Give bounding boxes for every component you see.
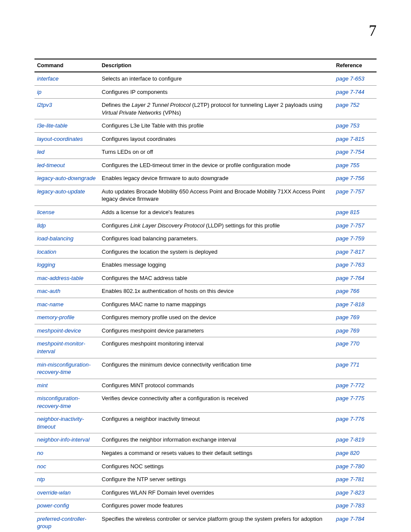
description-text: Configures memory profile used on the de… xyxy=(102,314,216,320)
command-link[interactable]: lldp xyxy=(37,222,46,229)
command-link[interactable]: license xyxy=(37,209,54,215)
reference-link[interactable]: page 7-763 xyxy=(336,261,364,268)
reference-link[interactable]: page 7-781 xyxy=(336,476,364,482)
command-cell: ip xyxy=(34,85,99,99)
reference-link[interactable]: page 769 xyxy=(336,314,359,320)
header-command: Command xyxy=(34,59,99,72)
description-text: Selects an interface to configure xyxy=(102,75,182,82)
reference-link[interactable]: page 7-776 xyxy=(336,416,364,422)
description-cell: Defines the Layer 2 Tunnel Protocol (L2T… xyxy=(99,99,333,119)
reference-link[interactable]: page 820 xyxy=(336,450,359,456)
reference-link[interactable]: page 7-757 xyxy=(336,188,364,195)
description-cell: Configures Link Layer Discovery Protocol… xyxy=(99,219,333,232)
command-link[interactable]: legacy-auto-downgrade xyxy=(37,175,96,181)
description-cell: Specifies the wireless controller or ser… xyxy=(99,512,333,532)
reference-link[interactable]: page 7-823 xyxy=(336,489,364,496)
command-link[interactable]: mac-address-table xyxy=(37,275,84,281)
command-cell: mac-name xyxy=(34,298,99,311)
command-link[interactable]: no xyxy=(37,450,43,456)
reference-cell: page 7-756 xyxy=(333,172,377,185)
table-row: led-timeoutConfigures the LED-timeout ti… xyxy=(34,159,377,172)
command-link[interactable]: neighbor-inactivity-timeout xyxy=(37,416,84,430)
reference-link[interactable]: page 7-818 xyxy=(336,301,364,308)
description-cell: Configures NOC settings xyxy=(99,460,333,473)
reference-link[interactable]: page 766 xyxy=(336,288,359,294)
command-link[interactable]: l2tpv3 xyxy=(37,102,52,108)
table-row: locationConfigures the location the syst… xyxy=(34,245,377,258)
command-link[interactable]: layout-coordinates xyxy=(37,136,83,142)
reference-link[interactable]: page 7-653 xyxy=(336,75,364,82)
reference-link[interactable]: page 7-772 xyxy=(336,382,364,389)
reference-link[interactable]: page 7-783 xyxy=(336,502,364,509)
reference-link[interactable]: page 752 xyxy=(336,102,359,108)
command-link[interactable]: ip xyxy=(37,89,41,95)
reference-link[interactable]: page 7-744 xyxy=(336,89,364,95)
reference-link[interactable]: page 7-775 xyxy=(336,395,364,401)
reference-link[interactable]: page 7-754 xyxy=(336,149,364,155)
reference-link[interactable]: page 7-757 xyxy=(336,222,364,229)
reference-cell: page 7-815 xyxy=(333,132,377,146)
description-cell: Adds a license for a device's features xyxy=(99,206,333,219)
header-reference: Reference xyxy=(333,59,377,72)
command-cell: l2tpv3 xyxy=(34,99,99,119)
reference-link[interactable]: page 753 xyxy=(336,122,359,129)
command-cell: led xyxy=(34,146,99,159)
command-link[interactable]: override-wlan xyxy=(37,489,71,496)
description-text: Configures the LED-timeout timer in the … xyxy=(102,162,290,168)
command-link[interactable]: meshpoint-monitor-interval xyxy=(37,340,85,355)
description-cell: Configures power mode features xyxy=(99,499,333,513)
command-link[interactable]: ntp xyxy=(37,476,45,482)
command-link[interactable]: mac-auth xyxy=(37,288,60,294)
reference-link[interactable]: page 7-759 xyxy=(336,235,364,242)
command-cell: memory-profile xyxy=(34,311,99,324)
table-header-row: Command Description Reference xyxy=(34,59,377,72)
command-link[interactable]: neighbor-info-interval xyxy=(37,436,90,443)
command-cell: neighbor-inactivity-timeout xyxy=(34,413,99,433)
reference-link[interactable]: page 7-784 xyxy=(336,516,364,522)
command-link[interactable]: noc xyxy=(37,463,46,470)
reference-link[interactable]: page 770 xyxy=(336,340,359,347)
reference-link[interactable]: page 7-817 xyxy=(336,249,364,255)
command-link[interactable]: led-timeout xyxy=(37,162,65,168)
command-cell: l3e-lite-table xyxy=(34,119,99,133)
reference-link[interactable]: page 7-815 xyxy=(336,136,364,142)
command-link[interactable]: load-balancing xyxy=(37,235,74,242)
reference-link[interactable]: page 771 xyxy=(336,361,359,368)
reference-cell: page 7-757 xyxy=(333,185,377,205)
document-page: 7 Command Description Reference interfac… xyxy=(0,0,411,532)
command-link[interactable]: mint xyxy=(37,382,48,389)
reference-cell: page 7-776 xyxy=(333,413,377,433)
reference-cell: page 770 xyxy=(333,337,377,358)
reference-cell: page 7-784 xyxy=(333,512,377,532)
command-link[interactable]: preferred-controller-group xyxy=(37,516,87,530)
reference-link[interactable]: page 755 xyxy=(336,162,359,168)
command-link[interactable]: memory-profile xyxy=(37,314,75,320)
command-link[interactable]: logging xyxy=(37,261,55,268)
description-cell: Configures meshpoint monitoring interval xyxy=(99,337,333,358)
command-link[interactable]: mac-name xyxy=(37,301,63,308)
command-link[interactable]: power-config xyxy=(37,502,69,509)
reference-link[interactable]: page 769 xyxy=(336,327,359,334)
command-link[interactable]: min-misconfiguration-recovery-time xyxy=(37,361,90,376)
description-cell: Configures the neighbor information exch… xyxy=(99,433,333,447)
reference-link[interactable]: page 7-756 xyxy=(336,175,364,181)
command-link[interactable]: misconfiguration-recovery-time xyxy=(37,395,80,409)
reference-link[interactable]: page 7-819 xyxy=(336,436,364,443)
command-cell: min-misconfiguration-recovery-time xyxy=(34,358,99,379)
reference-link[interactable]: page 7-780 xyxy=(336,463,364,470)
command-link[interactable]: l3e-lite-table xyxy=(37,122,68,129)
description-cell: Configures meshpoint device parameters xyxy=(99,324,333,337)
description-text: Configures load balancing parameters. xyxy=(102,235,198,242)
command-link[interactable]: led xyxy=(37,149,44,155)
command-link[interactable]: location xyxy=(37,249,56,255)
table-row: interfaceSelects an interface to configu… xyxy=(34,72,377,85)
command-link[interactable]: interface xyxy=(37,75,59,82)
command-link[interactable]: meshpoint-device xyxy=(37,327,81,334)
reference-link[interactable]: page 7-764 xyxy=(336,275,364,281)
command-link[interactable]: legacy-auto-update xyxy=(37,188,85,195)
description-text: Enables 802.1x authentication of hosts o… xyxy=(102,288,234,294)
description-cell: Negates a command or resets values to th… xyxy=(99,446,333,460)
description-text: Configures the neighbor information exch… xyxy=(102,436,236,443)
table-row: load-balancingConfigures load balancing … xyxy=(34,232,377,246)
reference-link[interactable]: page 815 xyxy=(336,209,359,215)
